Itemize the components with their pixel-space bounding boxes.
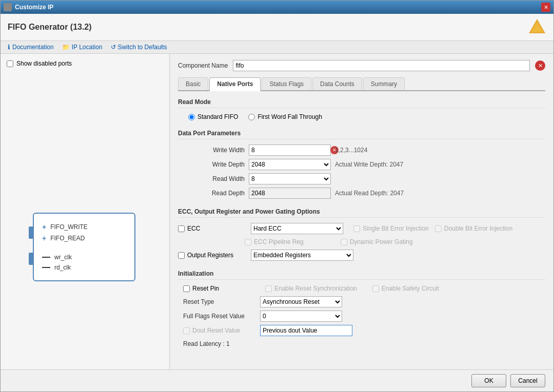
cancel-button[interactable]: Cancel (510, 374, 545, 387)
output-registers-label[interactable]: Output Registers (178, 252, 245, 259)
main-window: Customize IP ✕ FIFO Generator (13.2) ℹ D… (0, 0, 554, 392)
toolbar: ℹ Documentation 📁 IP Location ↺ Switch t… (1, 41, 553, 54)
dout-reset-checkbox (183, 327, 190, 334)
enable-safety-checkbox (372, 285, 379, 292)
output-registers-row: Output Registers Embedded Registers Fabr… (178, 250, 545, 261)
write-width-range: 1,2,3...1024 (335, 147, 545, 154)
tab-summary[interactable]: Summary (363, 77, 405, 90)
standard-fifo-option[interactable]: Standard FIFO (188, 113, 238, 120)
component-name-clear[interactable]: ✕ (535, 60, 545, 71)
write-depth-label: Write Depth (183, 161, 245, 168)
refresh-icon: ↺ (111, 44, 116, 51)
write-depth-note: Actual Write Depth: 2047 (335, 161, 545, 168)
full-flags-label: Full Flags Reset Value (183, 313, 255, 320)
standard-fifo-radio[interactable] (188, 114, 195, 120)
write-width-input[interactable] (249, 147, 330, 154)
ecc-options-container: ECC Hard ECC Soft ECC No ECC Single Bit … (178, 223, 545, 261)
switch-defaults-link[interactable]: ↺ Switch to Defaults (111, 44, 167, 51)
single-bit-checkbox (353, 225, 360, 232)
init-title: Initialization (178, 270, 545, 280)
main-title: FIFO Generator (13.2) (8, 23, 92, 32)
folder-icon: 📁 (62, 44, 70, 51)
tab-data-counts[interactable]: Data Counts (312, 77, 362, 90)
ip-location-link[interactable]: 📁 IP Location (62, 44, 103, 51)
logo (528, 18, 546, 36)
tab-status-flags[interactable]: Status Flags (262, 77, 311, 90)
reset-type-select[interactable]: Asynchronous Reset Synchronous Reset (260, 296, 342, 307)
read-width-select[interactable]: 8 16 (249, 173, 331, 184)
first-word-label: First Word Fall Through (258, 113, 322, 120)
show-disabled-ports-checkbox[interactable] (7, 60, 13, 67)
ecc-checkbox-label[interactable]: ECC (178, 225, 245, 232)
tab-native-ports[interactable]: Native Ports (209, 77, 261, 91)
left-panel: Show disabled ports (1, 54, 170, 369)
first-word-radio[interactable] (248, 114, 255, 120)
read-width-label: Read Width (183, 175, 245, 182)
wr-clk-label: wr_clk (54, 254, 72, 261)
ecc-section: ECC, Output Register and Power Gating Op… (178, 208, 545, 261)
tab-basic[interactable]: Basic (178, 77, 208, 90)
write-depth-select[interactable]: 2048 1024 512 (249, 159, 331, 170)
dash-icon-wr (42, 257, 50, 258)
title-bar: Customize IP ✕ (1, 1, 553, 14)
fifo-box: + FIFO_WRITE + FIFO_READ wr_clk (33, 213, 135, 281)
wr-clk-port: wr_clk (42, 254, 126, 261)
ecc-injection-options: Single Bit Error Injection Double Bit Er… (353, 225, 512, 232)
write-width-label: Write Width (183, 147, 245, 154)
rd-clk-label: rd_clk (54, 264, 71, 271)
right-panel: Component Name ✕ Basic Native Ports Stat… (170, 54, 553, 369)
full-flags-row: Full Flags Reset Value 0 1 (183, 311, 545, 322)
dout-reset-row: Dout Reset Value (183, 325, 545, 336)
fifo-diagram: + FIFO_WRITE + FIFO_READ wr_clk (29, 213, 135, 281)
ecc-title: ECC, Output Register and Power Gating Op… (178, 208, 545, 218)
dash-icon-rd (42, 267, 50, 268)
window-icon (4, 3, 12, 11)
enable-safety-label: Enable Safety Circuit (372, 285, 439, 292)
read-depth-note: Actual Read Depth: 2047 (335, 190, 545, 197)
fifo-write-port: + FIFO_WRITE (42, 223, 126, 231)
read-mode-section: Read Mode Standard FIFO First Word Fall … (178, 98, 545, 120)
rd-clk-port: rd_clk (42, 264, 126, 271)
dout-reset-input[interactable] (260, 325, 352, 336)
component-name-input[interactable] (233, 60, 530, 71)
dynamic-power-checkbox (341, 239, 347, 245)
close-button[interactable]: ✕ (541, 3, 550, 12)
single-bit-label: Single Bit Error Injection (353, 225, 429, 232)
fifo-read-port: + FIFO_READ (42, 234, 126, 242)
embedded-registers-select[interactable]: Embedded Registers Fabric Registers Buil… (251, 250, 353, 261)
double-bit-checkbox (435, 225, 442, 232)
double-bit-label: Double Bit Error Injection (435, 225, 512, 232)
reset-type-row: Reset Type Asynchronous Reset Synchronou… (183, 296, 545, 307)
initialization-section: Initialization Reset Pin Enable Reset Sy… (178, 270, 545, 347)
documentation-link[interactable]: ℹ Documentation (8, 44, 54, 51)
reset-type-label: Reset Type (183, 298, 255, 305)
ecc-type-select[interactable]: Hard ECC Soft ECC No ECC (251, 223, 343, 234)
read-depth-input (249, 188, 331, 199)
reset-pin-label[interactable]: Reset Pin (183, 285, 250, 292)
read-mode-title: Read Mode (178, 98, 545, 108)
reset-pin-checkbox[interactable] (183, 285, 190, 292)
footer: OK Cancel (1, 369, 553, 391)
read-latency: Read Latency : 1 (183, 340, 545, 347)
ok-button[interactable]: OK (471, 374, 506, 387)
dynamic-power-label: Dynamic Power Gating (341, 238, 413, 245)
dynamic-power-wrapper: Dynamic Power Gating (341, 238, 413, 245)
data-port-section: Data Port Parameters Write Width ✕ 1,2,3… (178, 130, 545, 199)
component-name-label: Component Name (178, 62, 228, 69)
full-flags-select[interactable]: 0 1 (260, 311, 342, 322)
ecc-checkbox[interactable] (178, 225, 185, 232)
standard-fifo-label: Standard FIFO (197, 113, 238, 120)
tabs: Basic Native Ports Status Flags Data Cou… (178, 77, 545, 91)
info-icon: ℹ (8, 44, 10, 51)
ecc-pipeline-row: ECC Pipeline Reg Dynamic Power Gating (245, 238, 545, 245)
read-depth-label: Read Depth (183, 190, 245, 197)
reset-pin-row: Reset Pin Enable Reset Synchronization E… (183, 285, 545, 292)
enable-reset-sync-label: Enable Reset Synchronization (265, 285, 357, 292)
plus-icon-read: + (42, 234, 46, 242)
data-port-title: Data Port Parameters (178, 130, 545, 139)
first-word-option[interactable]: First Word Fall Through (248, 113, 322, 120)
output-registers-checkbox[interactable] (178, 252, 185, 259)
main-content: Show disabled ports (1, 54, 553, 369)
write-width-input-wrapper: ✕ (249, 145, 331, 156)
ecc-pipeline-checkbox (245, 239, 251, 245)
